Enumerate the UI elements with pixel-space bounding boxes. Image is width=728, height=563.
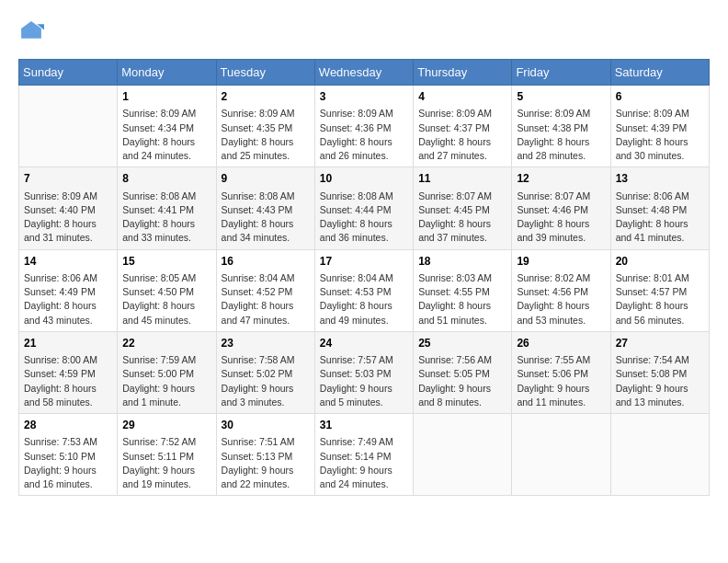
day-number: 15 bbox=[122, 254, 210, 270]
calendar-week-row: 1Sunrise: 8:09 AM Sunset: 4:34 PM Daylig… bbox=[19, 86, 710, 167]
calendar-cell: 3Sunrise: 8:09 AM Sunset: 4:36 PM Daylig… bbox=[314, 86, 413, 167]
day-number: 25 bbox=[418, 336, 506, 351]
calendar-cell: 1Sunrise: 8:09 AM Sunset: 4:34 PM Daylig… bbox=[118, 86, 216, 167]
day-info: Sunrise: 8:09 AM Sunset: 4:35 PM Dayligh… bbox=[222, 107, 310, 163]
day-info: Sunrise: 7:58 AM Sunset: 5:02 PM Dayligh… bbox=[222, 353, 310, 409]
day-info: Sunrise: 8:08 AM Sunset: 4:43 PM Dayligh… bbox=[222, 190, 310, 246]
logo-icon bbox=[18, 18, 44, 44]
day-number: 12 bbox=[517, 171, 605, 187]
day-info: Sunrise: 8:04 AM Sunset: 4:52 PM Dayligh… bbox=[222, 271, 310, 327]
day-info: Sunrise: 7:49 AM Sunset: 5:14 PM Dayligh… bbox=[320, 435, 408, 491]
calendar-cell: 16Sunrise: 8:04 AM Sunset: 4:52 PM Dayli… bbox=[216, 249, 314, 331]
calendar-cell: 12Sunrise: 8:07 AM Sunset: 4:46 PM Dayli… bbox=[512, 167, 610, 249]
calendar-cell: 30Sunrise: 7:51 AM Sunset: 5:13 PM Dayli… bbox=[216, 414, 314, 496]
day-number: 10 bbox=[320, 171, 408, 187]
calendar-cell: 15Sunrise: 8:05 AM Sunset: 4:50 PM Dayli… bbox=[118, 249, 216, 331]
day-number: 4 bbox=[418, 89, 506, 105]
calendar-cell: 28Sunrise: 7:53 AM Sunset: 5:10 PM Dayli… bbox=[19, 414, 118, 496]
calendar-cell bbox=[414, 414, 512, 496]
day-info: Sunrise: 8:09 AM Sunset: 4:36 PM Dayligh… bbox=[320, 107, 408, 163]
calendar-cell: 7Sunrise: 8:09 AM Sunset: 4:40 PM Daylig… bbox=[19, 167, 118, 249]
day-number: 17 bbox=[320, 254, 408, 270]
day-number: 1 bbox=[122, 89, 210, 105]
day-info: Sunrise: 8:04 AM Sunset: 4:53 PM Dayligh… bbox=[320, 271, 408, 327]
day-number: 5 bbox=[517, 89, 605, 105]
calendar-cell bbox=[512, 414, 610, 496]
calendar-cell: 13Sunrise: 8:06 AM Sunset: 4:48 PM Dayli… bbox=[610, 167, 709, 249]
day-number: 24 bbox=[320, 336, 408, 351]
day-info: Sunrise: 7:52 AM Sunset: 5:11 PM Dayligh… bbox=[122, 435, 210, 491]
day-info: Sunrise: 8:03 AM Sunset: 4:55 PM Dayligh… bbox=[418, 271, 506, 327]
calendar-cell: 22Sunrise: 7:59 AM Sunset: 5:00 PM Dayli… bbox=[118, 331, 216, 413]
calendar-cell: 9Sunrise: 8:08 AM Sunset: 4:43 PM Daylig… bbox=[216, 167, 314, 249]
calendar-cell: 26Sunrise: 7:55 AM Sunset: 5:06 PM Dayli… bbox=[512, 331, 610, 413]
day-info: Sunrise: 8:09 AM Sunset: 4:38 PM Dayligh… bbox=[517, 107, 605, 163]
day-info: Sunrise: 8:06 AM Sunset: 4:49 PM Dayligh… bbox=[24, 271, 112, 327]
calendar-cell: 29Sunrise: 7:52 AM Sunset: 5:11 PM Dayli… bbox=[118, 414, 216, 496]
weekday-header-friday: Friday bbox=[512, 60, 610, 86]
weekday-header-saturday: Saturday bbox=[610, 60, 709, 86]
calendar-week-row: 21Sunrise: 8:00 AM Sunset: 4:59 PM Dayli… bbox=[19, 331, 710, 413]
calendar-cell: 5Sunrise: 8:09 AM Sunset: 4:38 PM Daylig… bbox=[512, 86, 610, 167]
calendar-cell: 4Sunrise: 8:09 AM Sunset: 4:37 PM Daylig… bbox=[414, 86, 512, 167]
weekday-header-wednesday: Wednesday bbox=[314, 60, 413, 86]
day-number: 2 bbox=[222, 89, 310, 105]
calendar-cell: 14Sunrise: 8:06 AM Sunset: 4:49 PM Dayli… bbox=[19, 249, 118, 331]
day-info: Sunrise: 8:09 AM Sunset: 4:39 PM Dayligh… bbox=[616, 107, 704, 163]
day-info: Sunrise: 7:57 AM Sunset: 5:03 PM Dayligh… bbox=[320, 353, 408, 409]
calendar-cell: 18Sunrise: 8:03 AM Sunset: 4:55 PM Dayli… bbox=[414, 249, 512, 331]
day-number: 11 bbox=[418, 171, 506, 187]
calendar-cell: 2Sunrise: 8:09 AM Sunset: 4:35 PM Daylig… bbox=[216, 86, 314, 167]
day-info: Sunrise: 7:53 AM Sunset: 5:10 PM Dayligh… bbox=[24, 435, 112, 491]
calendar-cell: 23Sunrise: 7:58 AM Sunset: 5:02 PM Dayli… bbox=[216, 331, 314, 413]
day-number: 30 bbox=[222, 418, 310, 433]
day-info: Sunrise: 8:09 AM Sunset: 4:40 PM Dayligh… bbox=[24, 190, 112, 246]
calendar-cell: 6Sunrise: 8:09 AM Sunset: 4:39 PM Daylig… bbox=[610, 86, 709, 167]
day-info: Sunrise: 7:54 AM Sunset: 5:08 PM Dayligh… bbox=[616, 353, 704, 409]
day-number: 16 bbox=[222, 254, 310, 270]
calendar-week-row: 28Sunrise: 7:53 AM Sunset: 5:10 PM Dayli… bbox=[19, 414, 710, 496]
page-header bbox=[18, 18, 710, 44]
day-number: 23 bbox=[222, 336, 310, 351]
calendar-cell: 27Sunrise: 7:54 AM Sunset: 5:08 PM Dayli… bbox=[610, 331, 709, 413]
day-number: 29 bbox=[122, 418, 210, 433]
day-info: Sunrise: 8:06 AM Sunset: 4:48 PM Dayligh… bbox=[616, 190, 704, 246]
day-number: 28 bbox=[24, 418, 112, 433]
day-number: 13 bbox=[616, 171, 704, 187]
day-info: Sunrise: 8:00 AM Sunset: 4:59 PM Dayligh… bbox=[24, 353, 112, 409]
calendar-week-row: 7Sunrise: 8:09 AM Sunset: 4:40 PM Daylig… bbox=[19, 167, 710, 249]
day-info: Sunrise: 7:51 AM Sunset: 5:13 PM Dayligh… bbox=[222, 435, 310, 491]
calendar-cell bbox=[610, 414, 709, 496]
calendar-body: 1Sunrise: 8:09 AM Sunset: 4:34 PM Daylig… bbox=[19, 86, 710, 496]
calendar-cell: 10Sunrise: 8:08 AM Sunset: 4:44 PM Dayli… bbox=[314, 167, 413, 249]
calendar-header: SundayMondayTuesdayWednesdayThursdayFrid… bbox=[19, 60, 710, 86]
day-number: 26 bbox=[517, 336, 605, 351]
day-info: Sunrise: 7:56 AM Sunset: 5:05 PM Dayligh… bbox=[418, 353, 506, 409]
calendar-cell: 25Sunrise: 7:56 AM Sunset: 5:05 PM Dayli… bbox=[414, 331, 512, 413]
day-number: 7 bbox=[24, 171, 112, 187]
day-info: Sunrise: 8:01 AM Sunset: 4:57 PM Dayligh… bbox=[616, 271, 704, 327]
weekday-header-tuesday: Tuesday bbox=[216, 60, 314, 86]
day-info: Sunrise: 8:09 AM Sunset: 4:37 PM Dayligh… bbox=[418, 107, 506, 163]
calendar-cell: 24Sunrise: 7:57 AM Sunset: 5:03 PM Dayli… bbox=[314, 331, 413, 413]
day-info: Sunrise: 7:59 AM Sunset: 5:00 PM Dayligh… bbox=[122, 353, 210, 409]
day-number: 9 bbox=[222, 171, 310, 187]
day-number: 22 bbox=[122, 336, 210, 351]
day-number: 21 bbox=[24, 336, 112, 351]
svg-marker-0 bbox=[21, 21, 41, 39]
day-info: Sunrise: 8:08 AM Sunset: 4:41 PM Dayligh… bbox=[122, 190, 210, 246]
calendar-cell: 17Sunrise: 8:04 AM Sunset: 4:53 PM Dayli… bbox=[314, 249, 413, 331]
calendar-table: SundayMondayTuesdayWednesdayThursdayFrid… bbox=[18, 59, 710, 496]
day-info: Sunrise: 8:07 AM Sunset: 4:45 PM Dayligh… bbox=[418, 190, 506, 246]
day-info: Sunrise: 8:07 AM Sunset: 4:46 PM Dayligh… bbox=[517, 190, 605, 246]
day-number: 31 bbox=[320, 418, 408, 433]
calendar-cell: 19Sunrise: 8:02 AM Sunset: 4:56 PM Dayli… bbox=[512, 249, 610, 331]
calendar-cell: 11Sunrise: 8:07 AM Sunset: 4:45 PM Dayli… bbox=[414, 167, 512, 249]
calendar-cell: 31Sunrise: 7:49 AM Sunset: 5:14 PM Dayli… bbox=[314, 414, 413, 496]
day-number: 3 bbox=[320, 89, 408, 105]
day-number: 8 bbox=[122, 171, 210, 187]
calendar-cell: 20Sunrise: 8:01 AM Sunset: 4:57 PM Dayli… bbox=[610, 249, 709, 331]
day-info: Sunrise: 8:02 AM Sunset: 4:56 PM Dayligh… bbox=[517, 271, 605, 327]
day-number: 19 bbox=[517, 254, 605, 270]
day-info: Sunrise: 8:05 AM Sunset: 4:50 PM Dayligh… bbox=[122, 271, 210, 327]
